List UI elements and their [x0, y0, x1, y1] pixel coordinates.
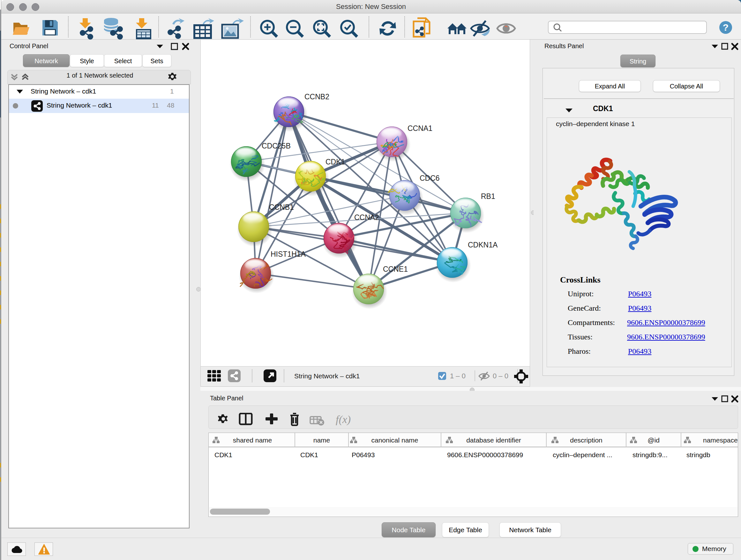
svg-text:@id: @id	[648, 436, 660, 444]
svg-text:CCNA1: CCNA1	[408, 124, 432, 132]
svg-text:CDK1: CDK1	[300, 451, 318, 458]
svg-text:RB1: RB1	[481, 192, 495, 200]
svg-text:description: description	[570, 436, 603, 444]
svg-text:canonical name: canonical name	[371, 436, 418, 444]
svg-text:CCNB2: CCNB2	[305, 92, 329, 101]
svg-text:shared name: shared name	[233, 436, 272, 444]
svg-text:CDC6: CDC6	[420, 174, 440, 182]
svg-text:CDK1: CDK1	[214, 451, 232, 458]
svg-text:?: ?	[723, 22, 729, 33]
svg-text:HIST1H1A: HIST1H1A	[271, 250, 306, 258]
svg-text:CCNA2: CCNA2	[354, 213, 379, 222]
svg-text:0 – 0: 0 – 0	[493, 372, 509, 380]
svg-text:name: name	[313, 436, 330, 444]
svg-text:9606.ENSP00000378699: 9606.ENSP00000378699	[447, 451, 523, 458]
svg-text:namespace: namespace	[703, 436, 738, 444]
svg-text:CDC25B: CDC25B	[262, 142, 291, 150]
svg-text:CDK1: CDK1	[326, 158, 345, 166]
svg-text:stringdb: stringdb	[686, 451, 711, 458]
svg-text:1 – 0: 1 – 0	[450, 372, 466, 380]
svg-text:f(x): f(x)	[336, 414, 351, 426]
svg-text:database identifier: database identifier	[466, 436, 521, 444]
svg-text:CCNE1: CCNE1	[383, 265, 408, 273]
svg-text:CCNB1: CCNB1	[269, 203, 294, 211]
svg-text:String Network – cdk1: String Network – cdk1	[294, 372, 360, 380]
svg-text:stringdb:9...: stringdb:9...	[632, 451, 668, 458]
svg-text:P06493: P06493	[352, 451, 375, 458]
svg-text:cyclin–dependent ...: cyclin–dependent ...	[553, 451, 612, 458]
svg-text:CDKN1A: CDKN1A	[468, 241, 498, 249]
